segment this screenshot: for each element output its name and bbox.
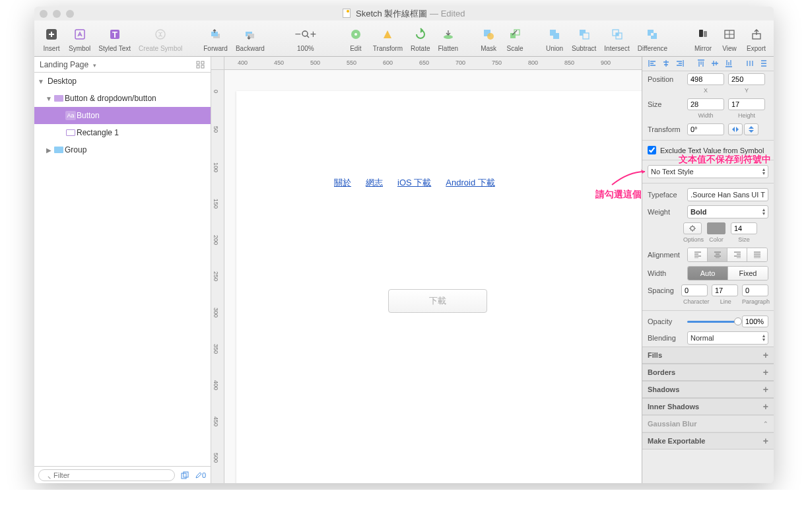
page-selector[interactable]: Landing Page ▾ — [34, 57, 211, 73]
insert-button[interactable]: Insert — [38, 25, 65, 52]
canvas[interactable]: 關於 網志 iOS 下載 Android 下載 下載 — [224, 70, 642, 483]
sidebar-footer: 0 — [34, 466, 211, 483]
layer-button-dropdown[interactable]: ▼Button & dropdown/button — [34, 90, 211, 107]
titlebar: Sketch 製作線框圖 — Edited — [34, 7, 774, 20]
subtract-button[interactable]: Subtract — [568, 25, 600, 52]
shadows-section[interactable]: Shadows+ — [642, 381, 774, 398]
styled-text-button[interactable]: TStyled Text — [94, 25, 135, 52]
add-inner-shadow-icon[interactable]: + — [763, 401, 768, 412]
svg-rect-25 — [197, 61, 199, 64]
distribute-v-icon[interactable] — [758, 58, 770, 69]
union-button[interactable]: Union — [541, 25, 568, 52]
alignment-toolbar — [642, 57, 774, 71]
align-bottom-icon[interactable] — [723, 58, 735, 69]
opacity-input[interactable] — [742, 316, 768, 327]
download-button-element[interactable]: 下載 — [388, 289, 487, 313]
scale-button[interactable]: Scale — [502, 25, 528, 52]
layer-desktop[interactable]: ▼Desktop — [34, 73, 211, 90]
exclude-text-checkbox[interactable] — [648, 146, 656, 154]
svg-rect-26 — [201, 61, 204, 64]
layers-list: ▼Desktop ▼Button & dropdown/button AaBut… — [34, 73, 211, 466]
link-android[interactable]: Android 下載 — [446, 177, 494, 189]
svg-rect-17 — [583, 33, 589, 39]
canvas-area[interactable]: 400450500550600650700750800850900 050100… — [211, 57, 642, 483]
height-input[interactable] — [728, 98, 765, 110]
mirror-button[interactable]: Mirror — [690, 25, 716, 52]
blending-label: Blending — [648, 334, 683, 342]
para-spacing-input[interactable] — [742, 284, 768, 296]
width-auto-button[interactable]: Auto — [688, 267, 728, 280]
mask-button[interactable]: Mask — [475, 25, 502, 52]
link-ios[interactable]: iOS 下載 — [397, 177, 431, 189]
edit-button[interactable]: Edit — [343, 25, 369, 52]
backward-button[interactable]: Backward — [232, 25, 269, 52]
zoom-dot[interactable] — [66, 10, 74, 18]
layer-button[interactable]: AaButton — [34, 107, 211, 124]
inner-shadows-section[interactable]: Inner Shadows+ — [642, 398, 774, 415]
align-center-button[interactable] — [708, 248, 727, 261]
ruler-vertical: 050100150200250300350400450500 — [211, 70, 224, 483]
opacity-slider[interactable] — [687, 321, 738, 323]
artboard[interactable]: 關於 網志 iOS 下載 Android 下載 下載 — [236, 91, 642, 483]
link-blog[interactable]: 網志 — [366, 177, 383, 189]
edit-count-icon[interactable]: 0 — [195, 469, 207, 481]
blending-dropdown[interactable]: Normal▴▾ — [687, 331, 768, 345]
opacity-label: Opacity — [648, 317, 683, 325]
export-button[interactable]: Export — [743, 25, 770, 52]
gaussian-blur-section[interactable]: Gaussian Blur⌃ — [642, 415, 774, 432]
align-left-button[interactable] — [688, 248, 708, 261]
typeface-dropdown[interactable]: .Source Han Sans UI T — [687, 188, 768, 201]
svg-point-14 — [487, 33, 494, 40]
align-justify-button[interactable] — [747, 248, 767, 261]
distribute-h-icon[interactable] — [744, 58, 756, 69]
flip-v-button[interactable] — [744, 123, 758, 135]
flatten-button[interactable]: Flatten — [434, 25, 463, 52]
char-spacing-input[interactable] — [681, 284, 708, 296]
align-left-icon[interactable] — [646, 58, 658, 69]
text-options-button[interactable] — [683, 222, 702, 234]
link-about[interactable]: 關於 — [334, 177, 351, 189]
intersect-button[interactable]: Intersect — [600, 25, 633, 52]
difference-button[interactable]: Difference — [634, 25, 671, 52]
align-right-button[interactable] — [727, 248, 747, 261]
rotate-button[interactable]: Rotate — [407, 25, 434, 52]
rotation-input[interactable] — [687, 123, 724, 135]
text-style-dropdown[interactable]: No Text Style▴▾ — [648, 165, 768, 178]
filter-input[interactable] — [38, 469, 175, 481]
layer-rectangle-1[interactable]: Rectangle 1 — [34, 124, 211, 141]
align-center-h-icon[interactable] — [660, 58, 672, 69]
weight-dropdown[interactable]: Bold▴▾ — [687, 205, 768, 218]
add-export-icon[interactable]: + — [763, 436, 768, 446]
transform-button[interactable]: Transform — [369, 25, 407, 52]
minimize-dot[interactable] — [53, 10, 61, 18]
view-button[interactable]: View — [716, 25, 743, 52]
artboard-grid-icon[interactable] — [196, 61, 205, 69]
layer-group[interactable]: ▶Group — [34, 141, 211, 158]
position-y-input[interactable] — [728, 73, 765, 85]
position-x-input[interactable] — [687, 73, 724, 85]
add-fill-icon[interactable]: + — [763, 350, 768, 360]
line-spacing-input[interactable] — [712, 284, 738, 296]
add-shadow-icon[interactable]: + — [763, 384, 768, 395]
width-input[interactable] — [687, 98, 724, 110]
align-right-icon[interactable] — [674, 58, 686, 69]
position-label: Position — [648, 75, 683, 83]
copy-layers-icon[interactable] — [179, 469, 191, 481]
nav-links: 關於 網志 iOS 下載 Android 下載 — [334, 177, 495, 189]
symbol-button[interactable]: Symbol — [65, 25, 94, 52]
font-size-input[interactable] — [731, 222, 757, 234]
width-fixed-button[interactable]: Fixed — [728, 267, 768, 280]
svg-rect-22 — [704, 31, 707, 37]
borders-section[interactable]: Borders+ — [642, 364, 774, 381]
window-title: Sketch 製作線框圖 — Edited — [34, 8, 774, 20]
flip-h-button[interactable] — [728, 123, 743, 135]
add-border-icon[interactable]: + — [763, 367, 768, 378]
make-exportable-section[interactable]: Make Exportable+ — [642, 432, 774, 449]
fills-section[interactable]: Fills+ — [642, 347, 774, 364]
forward-button[interactable]: Forward — [199, 25, 232, 52]
close-dot[interactable] — [40, 10, 48, 18]
zoom-control[interactable]: − +100% — [282, 25, 329, 52]
text-color-swatch[interactable] — [707, 222, 725, 234]
align-center-v-icon[interactable] — [709, 58, 721, 69]
align-top-icon[interactable] — [695, 58, 707, 69]
